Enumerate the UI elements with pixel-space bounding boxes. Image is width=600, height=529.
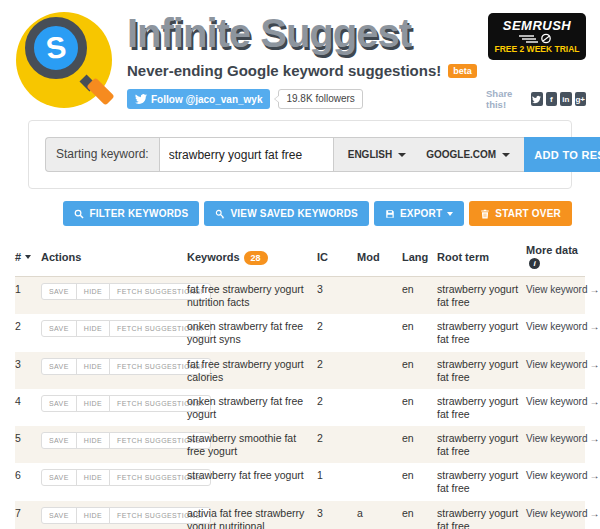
share-googleplus-icon[interactable]: g+ <box>575 92 586 106</box>
ic-cell: 3 <box>317 277 357 315</box>
more-data-cell: View keyword <box>526 501 585 529</box>
header-text-block: Infinite Suggest Never-ending Google key… <box>127 10 478 112</box>
sort-caret-icon <box>25 255 31 259</box>
more-data-cell: View keyword <box>526 463 585 500</box>
info-icon[interactable]: i <box>529 258 540 269</box>
share-facebook-icon[interactable]: f <box>546 92 557 106</box>
view-keyword-link[interactable]: View keyword <box>526 359 600 370</box>
ic-cell: 2 <box>317 426 357 463</box>
twitter-followers-count: 19.8K followers <box>278 89 362 109</box>
semrush-offer-label: FREE 2 WEEK TRIAL <box>494 45 579 54</box>
save-button[interactable]: SAVE <box>41 395 77 412</box>
mod-cell: a <box>357 501 402 529</box>
form-options: ENGLISH GOOGLE.COM <box>334 137 524 172</box>
twitter-follow-button[interactable]: Follow @jaco_van_wyk <box>127 89 270 109</box>
row-number: 5 <box>15 426 41 463</box>
hide-button[interactable]: HIDE <box>76 358 110 375</box>
export-label: EXPORT <box>400 208 442 219</box>
view-keyword-link[interactable]: View keyword <box>526 396 600 407</box>
mod-cell <box>357 426 402 463</box>
root-term-cell: strawberry yogurt fat free <box>437 463 526 500</box>
share-twitter-icon[interactable] <box>531 92 542 106</box>
mod-cell <box>357 389 402 426</box>
root-term-cell: strawberry yogurt fat free <box>437 389 526 426</box>
start-over-button[interactable]: START OVER <box>469 201 572 226</box>
header-right-column: SEMRUSH FREE 2 WEEK TRIAL Share this! f … <box>486 10 586 110</box>
root-term-cell: strawberry yogurt fat free <box>437 352 526 389</box>
column-header-number[interactable]: # <box>15 239 41 277</box>
save-button[interactable]: SAVE <box>41 469 77 486</box>
hide-button[interactable]: HIDE <box>76 469 110 486</box>
semrush-banner[interactable]: SEMRUSH FREE 2 WEEK TRIAL <box>488 13 586 60</box>
view-keyword-link[interactable]: View keyword <box>526 433 600 444</box>
row-actions-cell: SAVE HIDE FETCH SUGGESTIONS! <box>41 389 187 426</box>
table-row: 2 SAVE HIDE FETCH SUGGESTIONS! onken str… <box>15 314 585 351</box>
share-linkedin-icon[interactable]: in <box>560 92 571 106</box>
filter-keywords-button[interactable]: FILTER KEYWORDS <box>63 201 199 226</box>
twitter-bird-icon <box>135 93 147 105</box>
hide-button[interactable]: HIDE <box>76 283 110 300</box>
save-button[interactable]: SAVE <box>41 320 77 337</box>
add-to-results-button[interactable]: ADD TO RESULTS <box>524 137 600 172</box>
share-label: Share this! <box>486 88 526 110</box>
toolbar: FILTER KEYWORDS VIEW SAVED KEYWORDS EXPO… <box>28 201 572 226</box>
ic-cell: 2 <box>317 352 357 389</box>
keyword-cell: strawberry fat free yogurt <box>187 463 317 500</box>
save-file-icon <box>385 209 395 219</box>
keywords-count-badge: 28 <box>244 251 268 265</box>
lang-cell: en <box>402 501 437 529</box>
more-data-cell: View keyword <box>526 352 585 389</box>
infinite-suggest-logo: S <box>14 10 114 110</box>
arrow-right-icon <box>588 433 600 444</box>
row-number: 3 <box>15 352 41 389</box>
lang-cell: en <box>402 277 437 315</box>
view-keyword-link[interactable]: View keyword <box>526 321 600 332</box>
more-data-cell: View keyword <box>526 314 585 351</box>
view-keyword-link[interactable]: View keyword <box>526 284 600 295</box>
save-button[interactable]: SAVE <box>41 432 77 449</box>
table-row: 7 SAVE HIDE FETCH SUGGESTIONS! activia f… <box>15 501 585 529</box>
lang-cell: en <box>402 463 437 500</box>
google-domain-select[interactable]: GOOGLE.COM <box>426 149 510 160</box>
keyword-table-body: 1 SAVE HIDE FETCH SUGGESTIONS! fat free … <box>15 277 585 529</box>
hide-button[interactable]: HIDE <box>76 395 110 412</box>
table-row: 6 SAVE HIDE FETCH SUGGESTIONS! strawberr… <box>15 463 585 500</box>
keyword-cell: onken strawberry fat free yogurt syns <box>187 314 317 351</box>
arrow-right-icon <box>588 359 600 370</box>
table-row: 3 SAVE HIDE FETCH SUGGESTIONS! fat free … <box>15 352 585 389</box>
lang-cell: en <box>402 389 437 426</box>
hide-button[interactable]: HIDE <box>76 507 110 524</box>
magnifier-handle-icon <box>86 77 114 105</box>
save-button[interactable]: SAVE <box>41 358 77 375</box>
arrow-right-icon <box>588 396 600 407</box>
table-row: 5 SAVE HIDE FETCH SUGGESTIONS! strawberr… <box>15 426 585 463</box>
keyword-cell: activia fat free strawberry yogurt nutri… <box>187 501 317 529</box>
filter-keywords-label: FILTER KEYWORDS <box>89 208 188 219</box>
hide-button[interactable]: HIDE <box>76 320 110 337</box>
starting-keyword-input[interactable] <box>159 137 334 172</box>
save-button[interactable]: SAVE <box>41 507 77 524</box>
table-header-row: # Actions Keywords28 IC Mod Lang Root te… <box>15 239 585 277</box>
arrow-right-icon <box>588 470 600 481</box>
save-button[interactable]: SAVE <box>41 283 77 300</box>
keyword-form-card: Starting keyword: ENGLISH GOOGLE.COM ADD… <box>28 120 572 189</box>
arrow-right-icon <box>588 508 600 519</box>
keyword-cell: strawberry smoothie fat free yogurt <box>187 426 317 463</box>
chevron-down-icon <box>447 212 453 216</box>
table-row: 4 SAVE HIDE FETCH SUGGESTIONS! onken str… <box>15 389 585 426</box>
view-saved-icon <box>215 209 225 219</box>
ic-cell: 1 <box>317 463 357 500</box>
column-header-actions: Actions <box>41 239 187 277</box>
export-button[interactable]: EXPORT <box>374 201 464 226</box>
row-actions-cell: SAVE HIDE FETCH SUGGESTIONS! <box>41 314 187 351</box>
column-header-lang: Lang <box>402 239 437 277</box>
root-term-cell: strawberry yogurt fat free <box>437 501 526 529</box>
view-keyword-link[interactable]: View keyword <box>526 470 600 481</box>
keyword-cell: fat free strawberry yogurt calories <box>187 352 317 389</box>
mod-cell <box>357 352 402 389</box>
keyword-table: # Actions Keywords28 IC Mod Lang Root te… <box>15 239 585 529</box>
hide-button[interactable]: HIDE <box>76 432 110 449</box>
view-saved-keywords-button[interactable]: VIEW SAVED KEYWORDS <box>204 201 369 226</box>
view-keyword-link[interactable]: View keyword <box>526 508 600 519</box>
language-select[interactable]: ENGLISH <box>348 149 406 160</box>
